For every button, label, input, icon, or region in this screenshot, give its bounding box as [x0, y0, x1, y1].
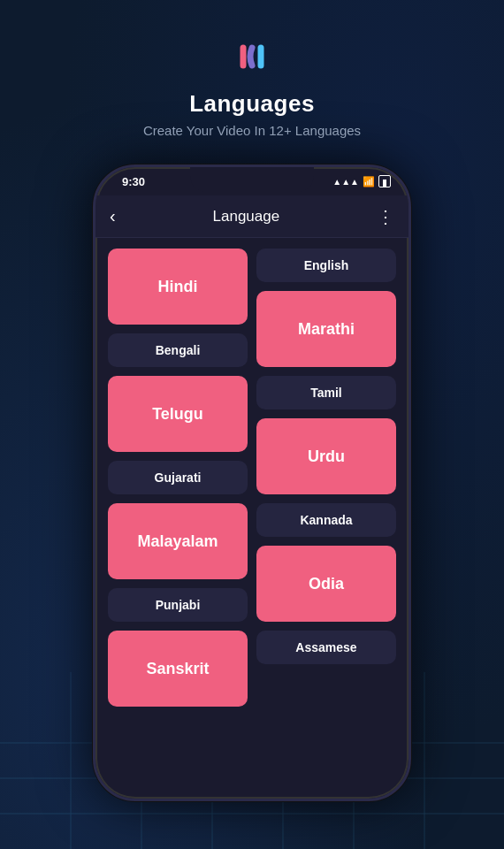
- phone-mockup: 9:30 ▲▲▲ 📶 ▮ ‹ Language ⋮ HindiEnglishBe…: [93, 164, 411, 801]
- lang-btn-telugu[interactable]: Telugu: [108, 376, 248, 452]
- lang-btn-tamil[interactable]: Tamil: [256, 376, 396, 409]
- lang-btn-punjabi[interactable]: Punjabi: [108, 588, 248, 622]
- lang-btn-hindi[interactable]: Hindi: [108, 249, 248, 325]
- lang-btn-assamese[interactable]: Assamese: [256, 631, 396, 664]
- nav-bar: ‹ Language ⋮: [95, 195, 409, 238]
- lang-btn-marathi[interactable]: Marathi: [256, 291, 396, 367]
- lang-btn-english[interactable]: English: [256, 249, 396, 282]
- screen-content: HindiEnglishBengaliMarathiTeluguTamilGuj…: [95, 238, 409, 799]
- lang-btn-kannada[interactable]: Kannada: [256, 503, 396, 537]
- battery-icon: ▮: [378, 175, 391, 187]
- app-logo: [227, 32, 277, 81]
- status-time: 9:30: [113, 175, 145, 188]
- lang-btn-odia[interactable]: Odia: [256, 546, 396, 622]
- phone-notch: [190, 167, 314, 192]
- lang-btn-gujarati[interactable]: Gujarati: [108, 461, 248, 494]
- wifi-icon: 📶: [363, 176, 375, 187]
- lang-btn-urdu[interactable]: Urdu: [256, 418, 396, 494]
- page-subtitle: Create Your Video In 12+ Languages: [143, 123, 361, 138]
- signal-icon: ▲▲▲: [332, 177, 359, 187]
- lang-btn-sanskrit[interactable]: Sanskrit: [108, 631, 248, 707]
- lang-btn-bengali[interactable]: Bengali: [108, 333, 248, 367]
- nav-title: Language: [213, 208, 280, 226]
- phone-frame: 9:30 ▲▲▲ 📶 ▮ ‹ Language ⋮ HindiEnglishBe…: [93, 164, 411, 801]
- page-title: Languages: [189, 90, 315, 118]
- language-grid: HindiEnglishBengaliMarathiTeluguTamilGuj…: [108, 249, 396, 707]
- status-icons: ▲▲▲ 📶 ▮: [332, 175, 391, 187]
- page-header: Languages Create Your Video In 12+ Langu…: [143, 32, 361, 138]
- back-button[interactable]: ‹: [110, 206, 116, 226]
- more-button[interactable]: ⋮: [377, 206, 394, 227]
- lang-btn-malayalam[interactable]: Malayalam: [108, 503, 248, 579]
